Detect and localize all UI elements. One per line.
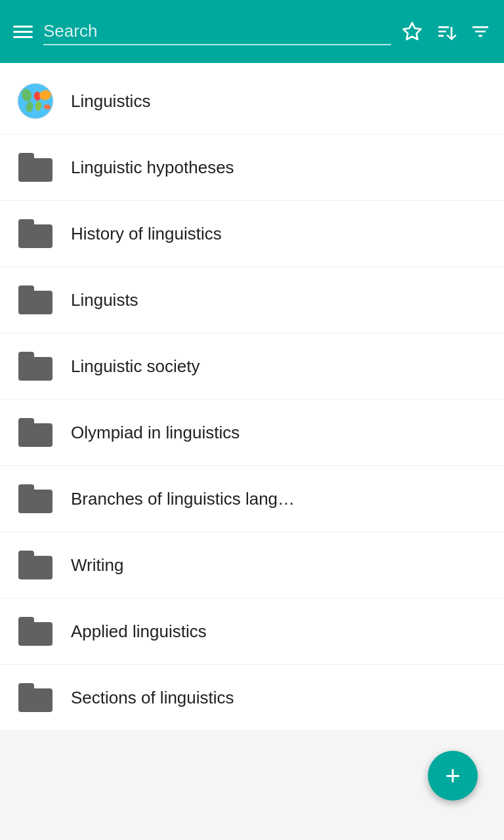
add-icon: + [445,761,460,791]
list-item[interactable]: Linguistic hypotheses [0,135,504,201]
sort-icon [436,21,457,42]
search-input[interactable] [43,18,391,45]
list-item[interactable]: Olympiad in linguistics [0,400,504,466]
folder-icon [16,214,55,253]
list-item[interactable]: Linguistic society [0,333,504,400]
menu-icon[interactable] [13,26,33,38]
star-icon [402,21,423,42]
folder-icon [16,479,55,518]
item-label: Linguists [71,290,138,310]
list-item[interactable]: Linguistics [0,68,504,135]
list-item[interactable]: Applied linguistics [0,598,504,665]
globe-icon [16,81,55,121]
toolbar-actions [402,21,491,42]
favorites-button[interactable] [402,21,423,42]
add-button[interactable]: + [428,751,478,801]
list-item[interactable]: Branches of linguistics lang… [0,466,504,532]
item-label: History of linguistics [71,224,222,244]
item-label: Linguistic society [71,356,200,377]
item-label: Olympiad in linguistics [71,423,240,443]
filter-button[interactable] [470,21,491,42]
list-item[interactable]: History of linguistics [0,201,504,267]
folder-icon [16,280,55,320]
folder-icon [16,413,55,452]
item-label: Writing [71,555,123,576]
folder-icon [16,678,55,717]
item-label: Branches of linguistics lang… [71,489,295,509]
filter-icon [470,21,491,42]
folder-icon [16,545,55,585]
item-label: Applied linguistics [71,621,207,642]
svg-marker-0 [404,23,421,39]
item-label: Linguistics [71,91,150,112]
list-container: Linguistics Linguistic hypotheses Histor… [0,63,504,731]
sort-button[interactable] [436,21,457,42]
svg-point-1 [18,83,53,119]
list-item[interactable]: Writing [0,532,504,598]
item-label: Linguistic hypotheses [71,158,234,178]
item-label: Sections of linguistics [71,688,234,708]
list-item[interactable]: Linguists [0,267,504,333]
toolbar [0,0,504,63]
folder-icon [16,148,55,187]
list-item[interactable]: Sections of linguistics [0,665,504,731]
folder-icon [16,346,55,386]
folder-icon [16,612,55,651]
